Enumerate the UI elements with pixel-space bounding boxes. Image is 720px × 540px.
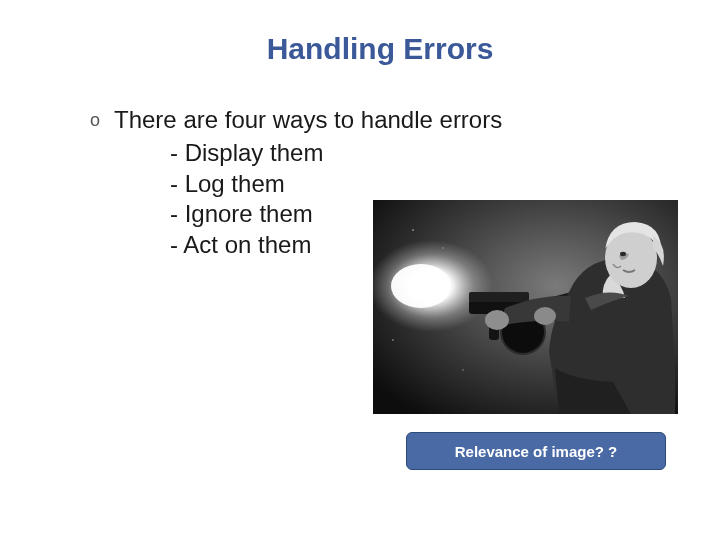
bullet-marker: o xyxy=(90,110,100,131)
list-item: - Display them xyxy=(170,138,670,169)
svg-point-15 xyxy=(392,339,394,341)
svg-point-10 xyxy=(534,307,556,325)
slide: Handling Errors o There are four ways to… xyxy=(0,0,720,540)
svg-point-12 xyxy=(620,252,626,256)
svg-point-13 xyxy=(412,229,414,231)
main-bullet-text: There are four ways to handle errors xyxy=(114,106,502,134)
svg-rect-5 xyxy=(469,292,529,302)
slide-image xyxy=(373,200,678,414)
photo-illustration-icon xyxy=(373,200,678,414)
svg-point-14 xyxy=(462,369,464,371)
main-bullet-row: o There are four ways to handle errors xyxy=(90,106,670,134)
svg-point-9 xyxy=(485,310,509,330)
svg-point-16 xyxy=(442,247,444,249)
slide-title: Handling Errors xyxy=(90,32,670,66)
caption-callout: Relevance of image? ? xyxy=(406,432,666,470)
svg-point-3 xyxy=(391,264,451,308)
caption-text: Relevance of image? ? xyxy=(455,443,618,460)
list-item: - Log them xyxy=(170,169,670,200)
